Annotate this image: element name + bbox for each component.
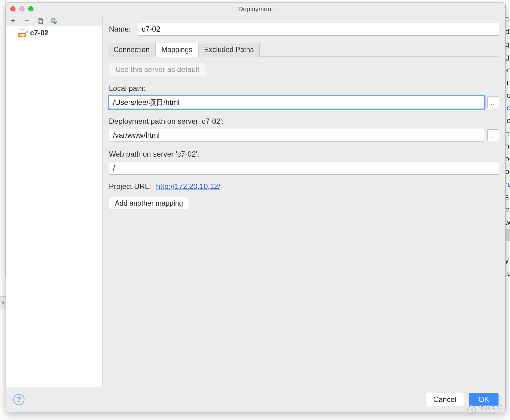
tab-excluded-paths[interactable]: Excluded Paths	[198, 43, 260, 57]
window-close-button[interactable]	[10, 6, 16, 11]
set-default-server-button[interactable]	[50, 17, 58, 25]
server-list-pane: + − sftp c7-02	[6, 15, 103, 387]
project-url-label: Project URL:	[109, 182, 151, 191]
deployment-dialog: Deployment + −	[6, 2, 506, 412]
mappings-tab-content: Use this server as default Local path: .…	[103, 57, 505, 209]
local-path-label: Local path:	[109, 84, 499, 93]
watermark-brand: 创新互联	[478, 404, 503, 411]
server-list-toolbar: + −	[6, 15, 102, 26]
watermark-logo-icon: X	[467, 405, 476, 414]
window-controls	[6, 6, 34, 11]
dialog-titlebar[interactable]: Deployment	[6, 3, 505, 15]
project-url-link[interactable]: http://172.20.10.12/	[156, 182, 220, 191]
browse-deployment-path-button[interactable]: ...	[487, 129, 499, 141]
watermark: X 创新互联 CDXWCX.COM	[467, 404, 506, 416]
help-button[interactable]: ?	[13, 394, 25, 405]
deployment-path-label: Deployment path on server 'c7-02':	[109, 117, 499, 126]
local-path-input[interactable]	[109, 96, 484, 109]
watermark-sub: CDXWCX.COM	[478, 412, 506, 416]
tab-connection[interactable]: Connection	[108, 43, 155, 57]
dialog-title: Deployment	[6, 5, 505, 13]
server-settings-pane: Name: Connection Mappings Excluded Paths…	[103, 15, 505, 387]
svg-rect-4	[52, 20, 55, 20]
server-list-item[interactable]: sftp c7-02	[6, 28, 102, 38]
svg-rect-1	[39, 19, 42, 24]
sftp-icon: sftp	[19, 29, 28, 37]
dialog-footer: ? Cancel OK	[6, 387, 505, 412]
cancel-button[interactable]: Cancel	[426, 393, 464, 406]
settings-tabs: Connection Mappings Excluded Paths	[108, 42, 499, 57]
server-name-input[interactable]	[138, 23, 499, 36]
add-another-mapping-button[interactable]: Add another mapping	[109, 197, 189, 209]
deployment-path-input[interactable]	[109, 129, 484, 142]
add-server-button[interactable]: +	[9, 17, 17, 25]
server-item-name: c7-02	[30, 29, 48, 37]
use-as-default-button[interactable]: Use this server as default	[109, 63, 206, 76]
remove-server-button[interactable]: −	[23, 17, 31, 25]
window-minimize-button[interactable]	[19, 6, 25, 11]
window-zoom-button[interactable]	[28, 6, 34, 11]
browse-local-path-button[interactable]: ...	[487, 96, 499, 108]
copy-server-button[interactable]	[36, 17, 44, 25]
background-left-strip	[0, 0, 6, 277]
name-label: Name:	[109, 25, 131, 34]
web-path-input[interactable]	[109, 162, 499, 175]
background-tool-window-btn[interactable]: »	[0, 296, 6, 309]
web-path-label: Web path on server 'c7-02':	[109, 150, 499, 159]
svg-rect-3	[52, 19, 55, 19]
tab-mappings[interactable]: Mappings	[155, 43, 198, 57]
server-list[interactable]: sftp c7-02	[6, 26, 102, 387]
